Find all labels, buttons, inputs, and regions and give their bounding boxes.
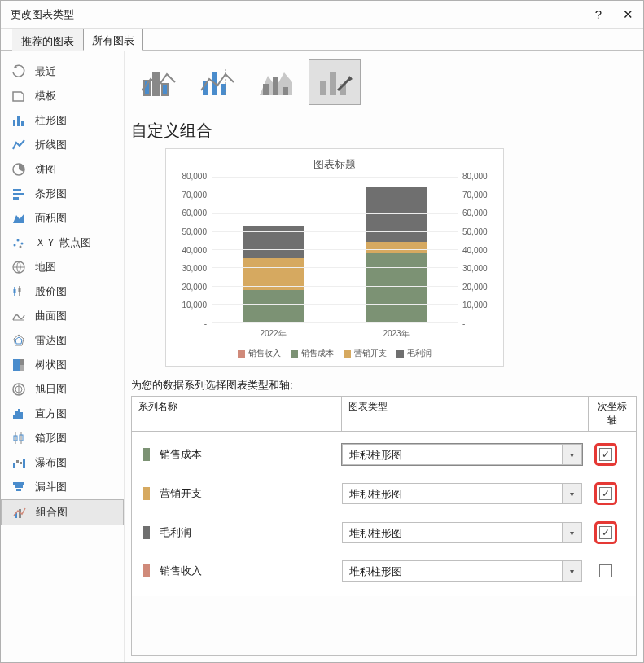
x-axis-labels: 2022年2023年 (212, 328, 458, 340)
svg-rect-34 (16, 460, 19, 463)
subtype-row (131, 59, 637, 105)
category-box[interactable]: 箱形图 (1, 426, 124, 450)
hist-icon (11, 406, 27, 422)
waterfall-icon (11, 454, 27, 471)
svg-rect-38 (15, 485, 23, 488)
chevron-down-icon: ▾ (562, 561, 581, 581)
chevron-down-icon: ▾ (562, 445, 581, 464)
sunburst-icon (11, 381, 27, 397)
svg-rect-21 (20, 365, 24, 371)
main-panel: 自定义组合 图表标题 80,00070,00060,00050,00040,00… (125, 51, 643, 662)
category-waterfall[interactable]: 瀑布图 (1, 450, 124, 475)
category-label: ＸＹ 散点图 (35, 235, 91, 250)
funnel-icon (11, 479, 27, 495)
category-bar[interactable]: 条形图 (1, 182, 124, 206)
category-sunburst[interactable]: 旭日图 (1, 377, 124, 402)
combo-icon (11, 504, 28, 520)
category-label: 最近 (35, 64, 56, 79)
template-icon (11, 88, 27, 104)
svg-rect-39 (16, 489, 21, 491)
category-recent[interactable]: 最近 (1, 59, 124, 84)
category-hist[interactable]: 直方图 (1, 402, 124, 426)
area-icon (11, 210, 27, 226)
series-row-3: 销售收入堆积柱形图▾ (138, 552, 629, 590)
svg-marker-7 (13, 213, 24, 223)
tab-recommended[interactable]: 推荐的图表 (12, 29, 83, 51)
category-label: 柱形图 (35, 113, 67, 128)
category-label: 直方图 (35, 406, 67, 421)
category-scatter[interactable]: ＸＹ 散点图 (1, 231, 124, 255)
series-row-2: 毛利润堆积柱形图▾✓ (138, 513, 629, 552)
series-caption: 为您的数据系列选择图表类型和轴: (131, 378, 637, 393)
stock-icon (11, 283, 27, 300)
help-button[interactable]: ? (595, 7, 602, 22)
series-name: 毛利润 (160, 525, 191, 540)
surface-icon (11, 308, 27, 324)
category-label: 条形图 (35, 187, 67, 201)
category-template[interactable]: 模板 (1, 84, 124, 108)
svg-rect-25 (13, 415, 15, 419)
category-treemap[interactable]: 树状图 (1, 353, 124, 377)
dropdown-value: 堆积柱形图 (343, 445, 562, 464)
category-pie[interactable]: 饼图 (1, 157, 124, 182)
series-row-1: 营销开支堆积柱形图▾✓ (138, 474, 629, 513)
category-map[interactable]: 地图 (1, 255, 124, 279)
tab-all-charts[interactable]: 所有图表 (83, 29, 143, 51)
svg-rect-14 (14, 289, 16, 293)
bar-2022年 (243, 226, 304, 323)
bar-icon (11, 186, 27, 202)
combo-subtype-3[interactable] (250, 59, 302, 105)
series-row-0: 销售成本堆积柱形图▾✓ (138, 435, 629, 474)
secondary-axis-checkbox[interactable] (599, 564, 612, 577)
svg-rect-35 (20, 462, 22, 464)
category-label: 漏斗图 (35, 480, 67, 494)
series-name: 营销开支 (160, 486, 202, 501)
category-area[interactable]: 面积图 (1, 206, 124, 231)
svg-rect-44 (162, 84, 168, 95)
plot-area: 80,00070,00060,00050,00040,00030,00020,0… (212, 177, 458, 323)
svg-rect-26 (15, 411, 18, 419)
secondary-axis-checkbox[interactable]: ✓ (599, 526, 612, 539)
dropdown-value: 堆积柱形图 (343, 484, 562, 503)
map-icon (11, 259, 27, 275)
combo-subtype-1[interactable] (133, 59, 185, 105)
scatter-icon (11, 235, 27, 251)
radar-icon (11, 332, 27, 349)
change-chart-type-dialog: 更改图表类型 ? ✕ 推荐的图表 所有图表 最近模板柱形图折线图饼图条形图面积图… (0, 0, 644, 663)
svg-rect-52 (283, 87, 288, 95)
category-stock[interactable]: 股价图 (1, 279, 124, 304)
category-funnel[interactable]: 漏斗图 (1, 475, 124, 499)
window-title: 更改图表类型 (11, 7, 74, 22)
header-secondary-axis: 次坐标轴 (589, 397, 636, 431)
category-label: 曲面图 (35, 309, 67, 323)
category-sidebar: 最近模板柱形图折线图饼图条形图面积图ＸＹ 散点图地图股价图曲面图雷达图树状图旭日… (1, 51, 125, 662)
category-label: 股价图 (35, 284, 67, 299)
pie-icon (11, 161, 27, 178)
category-combo[interactable]: 组合图 (1, 499, 124, 525)
combo-subtype-2[interactable] (191, 59, 243, 105)
svg-rect-33 (13, 463, 15, 468)
chart-type-dropdown[interactable]: 堆积柱形图▾ (342, 483, 582, 504)
svg-rect-28 (20, 412, 23, 419)
category-column[interactable]: 柱形图 (1, 108, 124, 133)
svg-rect-1 (17, 116, 20, 126)
category-surface[interactable]: 曲面图 (1, 304, 124, 328)
chart-title: 图表标题 (176, 157, 493, 172)
category-radar[interactable]: 雷达图 (1, 328, 124, 353)
chevron-down-icon: ▾ (562, 523, 581, 542)
svg-rect-27 (18, 409, 20, 419)
close-button[interactable]: ✕ (623, 7, 633, 22)
series-swatch (143, 487, 150, 500)
svg-point-11 (20, 246, 22, 248)
category-label: 树状图 (35, 358, 67, 372)
category-label: 饼图 (35, 162, 56, 177)
chart-type-dropdown[interactable]: 堆积柱形图▾ (342, 522, 582, 543)
category-label: 雷达图 (35, 333, 67, 348)
chart-type-dropdown[interactable]: 堆积柱形图▾ (342, 444, 582, 465)
svg-rect-20 (20, 359, 24, 365)
secondary-axis-checkbox[interactable]: ✓ (599, 487, 612, 500)
combo-subtype-custom[interactable] (309, 59, 361, 105)
secondary-axis-checkbox[interactable]: ✓ (599, 448, 612, 461)
category-line[interactable]: 折线图 (1, 133, 124, 157)
chart-type-dropdown[interactable]: 堆积柱形图▾ (342, 560, 582, 582)
